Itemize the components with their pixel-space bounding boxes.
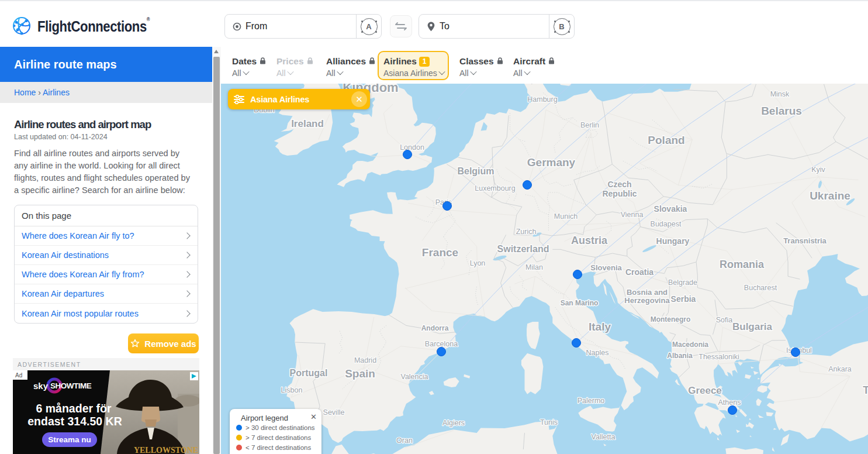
svg-text:Oran: Oran [396,436,413,445]
svg-text:Ankara: Ankara [828,365,852,373]
svg-text:Minsk: Minsk [770,90,790,98]
svg-text:Belarus: Belarus [761,105,802,117]
svg-text:Luxembourg: Luxembourg [475,184,516,192]
svg-text:Spain: Spain [345,367,375,380]
svg-text:Belgrade: Belgrade [668,278,697,287]
svg-text:Serbia: Serbia [671,294,696,304]
svg-text:Republic: Republic [602,189,637,198]
svg-text:Hamburg: Hamburg [527,95,557,104]
svg-text:Andorra: Andorra [421,324,449,332]
svg-text:6 månader för: 6 månader för [36,402,112,415]
svg-text:Vienna: Vienna [621,211,644,219]
svg-text:Germany: Germany [527,156,576,168]
svg-text:Albania: Albania [667,352,693,360]
svg-text:Ukraine: Ukraine [810,190,850,202]
svg-text:Bosnia and: Bosnia and [627,288,668,297]
svg-text:Belgium: Belgium [457,166,494,176]
svg-text:Algiers: Algiers [442,419,465,427]
svg-text:France: France [422,246,458,259]
svg-text:Madrid: Madrid [354,356,376,364]
svg-text:Slovakia: Slovakia [654,204,687,214]
svg-text:Naples: Naples [586,349,609,357]
svg-text:San Marino: San Marino [561,299,599,307]
svg-text:endast 314.50 KR: endast 314.50 KR [27,415,122,428]
svg-text:Athens: Athens [718,398,741,407]
svg-text:Switzerland: Switzerland [497,244,549,254]
svg-text:London: London [400,143,424,152]
svg-text:Milan: Milan [525,263,543,271]
svg-text:Munich: Munich [554,212,577,221]
svg-text:Poland: Poland [648,134,684,146]
svg-text:Croatia: Croatia [625,267,653,277]
svg-text:Slovenia: Slovenia [590,263,622,272]
svg-text:Streama nu: Streama nu [48,435,91,444]
svg-text:Berlin: Berlin [580,121,599,129]
svg-text:Kyiv: Kyiv [811,166,825,174]
svg-text:Bucharest: Bucharest [744,284,777,292]
svg-text:Seville: Seville [323,408,345,417]
svg-text:Greece: Greece [688,385,722,396]
svg-text:Sofia: Sofia [716,316,733,324]
svg-text:sky: sky [33,381,49,391]
svg-text:Palermo: Palermo [577,397,605,405]
svg-text:Macedonia: Macedonia [672,340,708,349]
svg-text:Tunis: Tunis [540,418,558,427]
svg-text:Bulgaria: Bulgaria [732,321,773,332]
svg-text:Italy: Italy [589,321,611,333]
svg-text:YELLOWSTONE: YELLOWSTONE [134,446,198,454]
svg-text:Ad: Ad [15,372,22,379]
svg-text:Czech: Czech [607,180,631,189]
svg-text:Romania: Romania [720,259,765,270]
svg-text:Hungary: Hungary [656,236,690,246]
svg-text:Barcelona: Barcelona [425,340,458,348]
svg-text:Lyon: Lyon [470,259,486,267]
svg-text:Budapest: Budapest [651,220,682,228]
svg-text:Valencia: Valencia [400,373,428,381]
svg-text:Thessaloniki: Thessaloniki [698,353,739,361]
svg-text:Herzegovina: Herzegovina [624,296,670,305]
svg-text:Portugal: Portugal [290,368,328,378]
svg-text:Montenegro: Montenegro [651,315,691,324]
svg-text:Transnistria: Transnistria [783,236,826,245]
svg-text:Valletta: Valletta [592,433,615,441]
svg-text:Turkey: Turkey [863,384,868,396]
svg-text:Ireland: Ireland [291,118,324,129]
svg-text:Zurich: Zurich [516,228,537,236]
svg-text:Austria: Austria [571,235,608,246]
svg-text:Lisbon: Lisbon [281,386,303,394]
svg-text:SH​OWTIME: SH​OWTIME [50,381,92,390]
